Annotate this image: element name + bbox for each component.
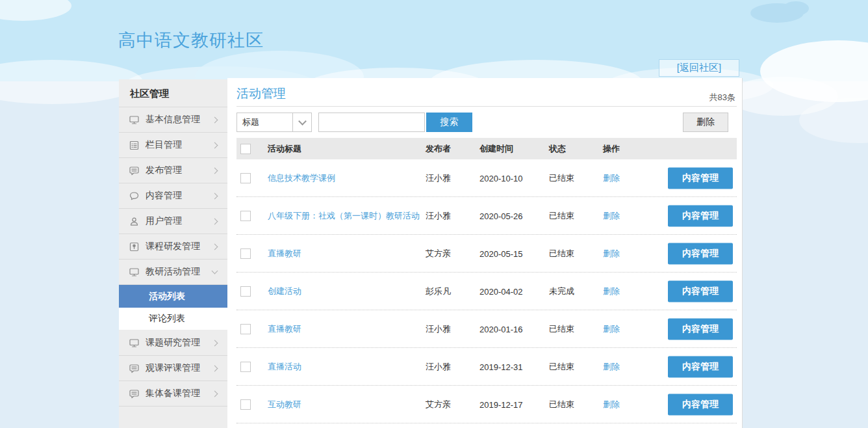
content-manage-button[interactable]: 内容管理 bbox=[668, 318, 733, 340]
status-cell: 已结束 bbox=[549, 210, 574, 222]
table-header-row: 活动标题 发布者 创建时间 状态 操作 bbox=[236, 138, 737, 159]
created-date-cell: 2020-04-02 bbox=[479, 286, 523, 296]
row-checkbox[interactable] bbox=[240, 399, 251, 410]
created-date-cell: 2020-05-15 bbox=[479, 248, 523, 258]
chevron-right-icon bbox=[212, 365, 218, 371]
comment-icon bbox=[129, 191, 140, 202]
created-date-cell: 2019-12-31 bbox=[479, 362, 523, 371]
row-delete-link[interactable]: 删除 bbox=[603, 323, 620, 335]
page-title: 活动管理 bbox=[236, 85, 286, 102]
total-count: 共83条 bbox=[709, 92, 735, 103]
status-cell: 已结束 bbox=[549, 323, 574, 335]
sidebar-item-label: 课题研究管理 bbox=[146, 337, 207, 349]
row-delete-link[interactable]: 删除 bbox=[603, 399, 620, 410]
column-header-title: 活动标题 bbox=[268, 143, 301, 155]
row-delete-link[interactable]: 删除 bbox=[603, 210, 620, 222]
sidebar-item-label: 课程研发管理 bbox=[146, 241, 207, 252]
activity-title-link[interactable]: 直播教研 bbox=[268, 323, 301, 335]
sidebar-item-栏目管理[interactable]: 栏目管理 bbox=[119, 133, 227, 158]
row-delete-link[interactable]: 删除 bbox=[603, 286, 620, 297]
sidebar-item-基本信息管理[interactable]: 基本信息管理 bbox=[119, 107, 227, 133]
content-manage-button[interactable]: 内容管理 bbox=[668, 167, 733, 189]
publisher-cell: 艾方亲 bbox=[426, 399, 451, 410]
column-header-created: 创建时间 bbox=[479, 143, 513, 155]
row-delete-link[interactable]: 删除 bbox=[603, 248, 620, 260]
sidebar-item-课程研发管理[interactable]: 课程研发管理 bbox=[119, 234, 227, 260]
site-title: 高中语文教研社区 bbox=[118, 29, 264, 52]
sidebar-item-集体备课管理[interactable]: 集体备课管理 bbox=[119, 381, 227, 407]
sidebar-item-label: 内容管理 bbox=[146, 190, 207, 202]
sidebar-subitem-评论列表[interactable]: 评论列表 bbox=[119, 308, 227, 330]
chevron-right-icon bbox=[212, 193, 218, 199]
created-date-cell: 2020-01-16 bbox=[479, 324, 523, 334]
monitor-icon bbox=[129, 114, 140, 126]
row-checkbox[interactable] bbox=[240, 286, 251, 297]
table-row: 八年级下册：社戏（第一课时）教研活动 汪小雅 2020-05-26 已结束 删除… bbox=[236, 197, 737, 235]
activity-title-link[interactable]: 直播教研 bbox=[268, 248, 301, 260]
chevron-right-icon bbox=[212, 167, 218, 174]
status-cell: 已结束 bbox=[549, 248, 574, 260]
activity-title-link[interactable]: 互动教研 bbox=[268, 399, 301, 410]
row-checkbox[interactable] bbox=[240, 173, 251, 183]
search-input[interactable] bbox=[318, 113, 425, 132]
sidebar-item-label: 基本信息管理 bbox=[146, 114, 207, 126]
row-delete-link[interactable]: 删除 bbox=[603, 361, 620, 373]
content-manage-button[interactable]: 内容管理 bbox=[668, 356, 733, 377]
row-delete-link[interactable]: 删除 bbox=[603, 172, 620, 184]
sidebar-title: 社区管理 bbox=[119, 79, 227, 107]
publisher-cell: 汪小雅 bbox=[426, 323, 451, 335]
sidebar-item-教研活动管理[interactable]: 教研活动管理 bbox=[119, 260, 227, 285]
activity-title-link[interactable]: 八年级下册：社戏（第一课时）教研活动 bbox=[268, 210, 420, 222]
content-manage-button[interactable]: 内容管理 bbox=[668, 243, 733, 264]
page: 高中语文教研社区 [返回社区] 社区管理 基本信息管理 栏目管理 发布管理 内容… bbox=[0, 0, 868, 428]
activity-title-link[interactable]: 创建活动 bbox=[268, 286, 301, 297]
search-toolbar: 标题 搜索 删除 bbox=[236, 113, 733, 132]
column-header-status: 状态 bbox=[549, 143, 566, 155]
row-checkbox[interactable] bbox=[240, 248, 251, 259]
sidebar-item-label: 观课评课管理 bbox=[146, 362, 207, 374]
activity-title-link[interactable]: 直播活动 bbox=[268, 361, 301, 373]
content-manage-button[interactable]: 内容管理 bbox=[668, 205, 733, 226]
status-cell: 已结束 bbox=[549, 399, 574, 410]
row-checkbox[interactable] bbox=[240, 362, 251, 372]
sidebar-item-发布管理[interactable]: 发布管理 bbox=[119, 158, 227, 183]
monitor-icon bbox=[129, 267, 140, 278]
content-manage-button[interactable]: 内容管理 bbox=[668, 280, 733, 302]
status-cell: 未完成 bbox=[549, 286, 574, 297]
sidebar-item-内容管理[interactable]: 内容管理 bbox=[119, 183, 227, 209]
table-row: 互动教研 艾方亲 2019-12-17 已结束 删除 内容管理 bbox=[236, 386, 737, 423]
row-checkbox[interactable] bbox=[240, 211, 251, 221]
chevron-right-icon bbox=[212, 116, 218, 123]
publisher-cell: 彭乐凡 bbox=[426, 286, 451, 297]
user-icon bbox=[129, 216, 140, 227]
table-body: 信息技术教学课例 汪小雅 2020-10-10 已结束 删除 内容管理 八年级下… bbox=[236, 159, 737, 423]
select-all-checkbox[interactable] bbox=[240, 144, 251, 154]
row-checkbox[interactable] bbox=[240, 324, 251, 334]
sidebar-item-课题研究管理[interactable]: 课题研究管理 bbox=[119, 330, 227, 356]
search-field-selected-value: 标题 bbox=[237, 113, 292, 131]
table-row: 信息技术教学课例 汪小雅 2020-10-10 已结束 删除 内容管理 bbox=[236, 159, 737, 197]
activity-title-link[interactable]: 信息技术教学课例 bbox=[268, 172, 335, 184]
search-button[interactable]: 搜索 bbox=[426, 113, 472, 132]
chevron-down-icon bbox=[212, 268, 218, 274]
status-cell: 已结束 bbox=[549, 361, 574, 373]
main-panel: 活动管理 共83条 标题 搜索 删除 活动标题 发布者 创建时间 状态 操作 信… bbox=[227, 78, 743, 428]
content-manage-button[interactable]: 内容管理 bbox=[668, 394, 733, 415]
sidebar-item-观课评课管理[interactable]: 观课评课管理 bbox=[119, 356, 227, 381]
chevron-right-icon bbox=[212, 340, 218, 346]
chevron-right-icon bbox=[212, 243, 218, 250]
table-row: 直播教研 艾方亲 2020-05-15 已结束 删除 内容管理 bbox=[236, 235, 737, 273]
search-field-select[interactable]: 标题 bbox=[236, 113, 312, 132]
publisher-cell: 汪小雅 bbox=[426, 361, 451, 373]
sidebar-subitem-活动列表[interactable]: 活动列表 bbox=[119, 285, 227, 308]
sidebar-subitem-label: 评论列表 bbox=[149, 313, 185, 325]
sidebar-item-label: 集体备课管理 bbox=[146, 388, 207, 399]
bulk-delete-button[interactable]: 删除 bbox=[683, 113, 728, 132]
sidebar-item-用户管理[interactable]: 用户管理 bbox=[119, 209, 227, 234]
back-to-community-link[interactable]: [返回社区] bbox=[659, 59, 739, 77]
column-header-publisher: 发布者 bbox=[426, 143, 451, 155]
created-date-cell: 2019-12-17 bbox=[479, 399, 523, 409]
sidebar-item-label: 教研活动管理 bbox=[146, 266, 207, 278]
created-date-cell: 2020-05-26 bbox=[479, 211, 523, 221]
sidebar-menu: 基本信息管理 栏目管理 发布管理 内容管理 用户管理 课程研发管理 教研活动管理… bbox=[119, 107, 227, 407]
